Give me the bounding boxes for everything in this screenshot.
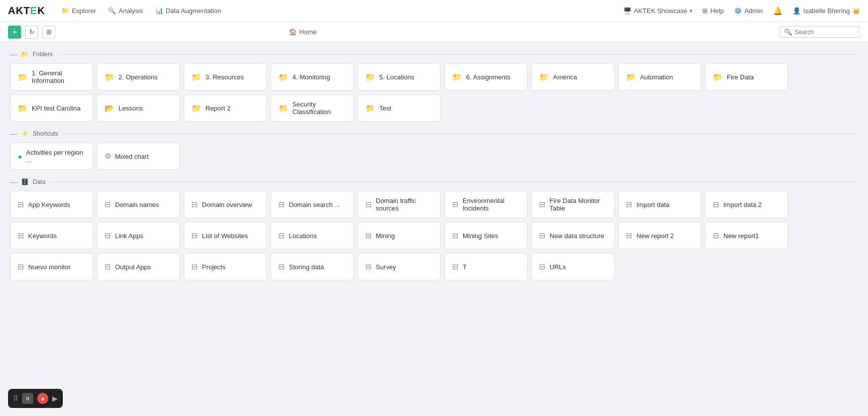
folder-monitoring[interactable]: 📁 4. Monitoring <box>271 63 354 90</box>
folders-divider <box>57 54 858 55</box>
nav-right-section: 🖥️ AKTEK Showcase ▾ ⊞ Help ⚙️ Admin 🔔 👤 … <box>623 7 860 16</box>
home-breadcrumb[interactable]: 🏠 Home <box>289 28 317 36</box>
shortcut-mixed-chart[interactable]: ⚙ Mixed chart <box>97 143 180 170</box>
folder-operations[interactable]: 📁 2. Operations <box>97 63 180 90</box>
folder-icon: 📁 <box>626 72 636 82</box>
data-new-report1[interactable]: ⊟ New report1 <box>705 222 788 249</box>
nav-analysis[interactable]: 🔍 Analysis <box>108 7 143 15</box>
folder-icon: 📁 <box>278 72 288 82</box>
nav-explorer[interactable]: 📁 Explorer <box>61 7 96 15</box>
data-domain-names[interactable]: ⊟ Domain names <box>97 191 180 218</box>
data-label: Import data 2 <box>723 201 762 209</box>
data-keywords[interactable]: ⊟ Keywords <box>10 222 93 249</box>
nav-data-augmentation[interactable]: 📊 Data Augmentation <box>155 7 222 15</box>
data-label: Mining <box>376 232 395 240</box>
data-label: App Keywords <box>28 201 70 209</box>
showcase-link[interactable]: 🖥️ AKTEK Showcase ▾ <box>623 7 692 15</box>
folder-icon: 📁 <box>191 103 201 113</box>
data-mining-sites[interactable]: ⊟ Mining Sites <box>445 222 527 249</box>
admin-icon: ⚙️ <box>734 7 742 15</box>
folder-resources[interactable]: 📁 3. Resources <box>184 63 267 90</box>
folder-label: Security Classification <box>292 100 346 116</box>
table-icon: ⊟ <box>18 200 24 209</box>
data-grid: ⊟ App Keywords ⊟ Domain names ⊟ Domain o… <box>10 191 858 280</box>
data-collapse-button[interactable]: — <box>10 178 17 186</box>
data-t[interactable]: ⊟ T <box>445 253 527 280</box>
search-input[interactable] <box>795 29 850 36</box>
folder-test[interactable]: 📁 Test <box>358 94 441 122</box>
data-output-apps[interactable]: ⊟ Output Apps <box>97 253 180 280</box>
table-icon: ⊟ <box>191 231 198 240</box>
data-projects[interactable]: ⊟ Projects <box>184 253 267 280</box>
help-link[interactable]: ⊞ Help <box>702 7 724 15</box>
table-icon: ⊟ <box>539 200 546 209</box>
table-icon: ⊟ <box>18 262 24 271</box>
admin-link[interactable]: ⚙️ Admin <box>734 7 763 15</box>
folder-automation[interactable]: 📁 Automation <box>618 63 701 90</box>
folder-report2[interactable]: 📁 Report 2 <box>184 94 267 122</box>
data-survey[interactable]: ⊟ Survey <box>358 253 441 280</box>
folder-locations[interactable]: 📁 5. Locations <box>358 63 441 90</box>
shortcuts-collapse-button[interactable]: — <box>10 130 17 138</box>
data-storing[interactable]: ⊟ Storing data <box>271 253 354 280</box>
add-button[interactable]: + <box>8 26 21 39</box>
data-environmental[interactable]: ⊟ Environmental Incidents <box>445 191 527 218</box>
search-box[interactable]: 🔍 <box>780 26 860 38</box>
folder-icon: 📁 <box>365 72 375 82</box>
notification-bell-icon[interactable]: 🔔 <box>773 7 783 16</box>
folder-fire-data[interactable]: 📁 Fire Data <box>705 63 788 90</box>
data-mining[interactable]: ⊟ Mining <box>358 222 441 249</box>
data-app-keywords[interactable]: ⊟ App Keywords <box>10 191 93 218</box>
data-section-label: Data <box>33 178 45 185</box>
folder-label: 4. Monitoring <box>292 73 330 81</box>
table-icon: ⊟ <box>104 262 111 271</box>
refresh-button[interactable]: ↻ <box>25 26 38 39</box>
data-label: Output Apps <box>115 263 151 271</box>
data-fire-monitor[interactable]: ⊟ Fire Data Monitor Table <box>531 191 614 218</box>
data-nuevo-monitor[interactable]: ⊟ Nuevo monitor <box>10 253 93 280</box>
folder-kpi-test[interactable]: 📁 KPI test Carolina <box>10 94 93 122</box>
data-aug-icon: 📊 <box>155 7 163 15</box>
data-new-data-structure[interactable]: ⊟ New data structure <box>531 222 614 249</box>
mixed-chart-icon: ⚙ <box>104 152 111 161</box>
folder-america[interactable]: 📁 América <box>531 63 614 90</box>
folder-general-info[interactable]: 📁 1. General Information <box>10 63 93 90</box>
data-new-report2[interactable]: ⊟ New report 2 <box>618 222 701 249</box>
folder-icon: 📂 <box>104 103 115 113</box>
folders-collapse-button[interactable]: — <box>10 50 17 58</box>
folder-icon: 📁 <box>713 72 723 82</box>
data-domain-search[interactable]: ⊟ Domain search ... <box>271 191 354 218</box>
table-icon: ⊟ <box>626 231 632 240</box>
data-locations[interactable]: ⊟ Locations <box>271 222 354 249</box>
folder-lessons[interactable]: 📂 Lessons <box>97 94 180 122</box>
data-import[interactable]: ⊟ Import data <box>618 191 701 218</box>
data-link-apps[interactable]: ⊟ Link Apps <box>97 222 180 249</box>
data-label: List of Websites <box>202 232 248 240</box>
table-icon: ⊟ <box>713 231 719 240</box>
data-urls[interactable]: ⊟ URLs <box>531 253 614 280</box>
table-icon: ⊟ <box>365 262 372 271</box>
table-icon: ⊟ <box>104 200 111 209</box>
data-label: Domain traffic sources <box>376 197 433 212</box>
shortcuts-section-header: — ⚡ Shortcuts <box>10 130 858 138</box>
data-label: Domain search ... <box>289 201 340 209</box>
explorer-icon: 📁 <box>61 7 69 15</box>
data-list-websites[interactable]: ⊟ List of Websites <box>184 222 267 249</box>
table-icon: ⊟ <box>278 231 285 240</box>
data-label: Keywords <box>28 232 57 240</box>
explorer-toolbar: + ↻ ⊞ 🏠 Home 🔍 <box>0 22 868 42</box>
folder-security[interactable]: 📁 Security Classification <box>271 94 354 122</box>
layout-button[interactable]: ⊞ <box>42 26 55 39</box>
data-domain-overview[interactable]: ⊟ Domain overview <box>184 191 267 218</box>
admin-label: Admin <box>744 7 763 15</box>
user-profile[interactable]: 👤 Isabelle Bhering 👑 <box>793 7 860 15</box>
user-icon: 👤 <box>793 7 801 15</box>
folders-label: Folders <box>33 51 53 58</box>
folder-icon: 📁 <box>452 72 462 82</box>
folder-assignments[interactable]: 📁 6. Assignments <box>445 63 527 90</box>
shortcut-activities[interactable]: ● Activities per region ... <box>10 143 93 170</box>
data-domain-traffic[interactable]: ⊟ Domain traffic sources <box>358 191 441 218</box>
help-label: Help <box>710 7 724 15</box>
data-import2[interactable]: ⊟ Import data 2 <box>705 191 788 218</box>
folder-label: 6. Assignments <box>466 73 510 81</box>
